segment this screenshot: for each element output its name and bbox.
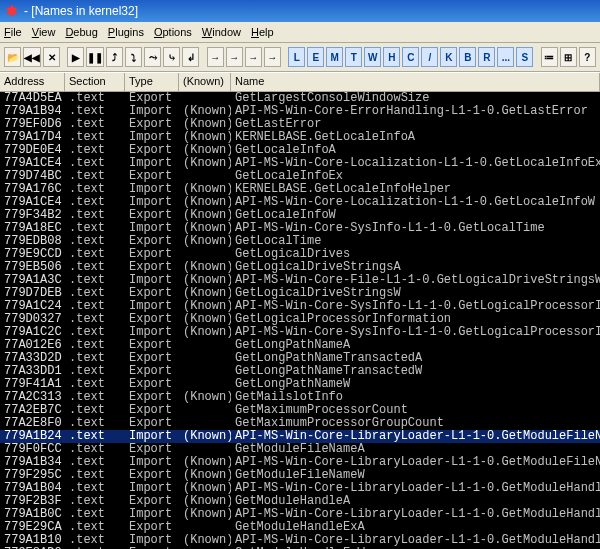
table-row[interactable]: 779A1C24.textImport(Known)API-MS-Win-Cor…	[0, 300, 600, 313]
toolbar-button[interactable]: ⤷	[163, 47, 180, 67]
toolbar-button[interactable]: ▶	[67, 47, 84, 67]
table-row[interactable]: 779F34B2.textExport(Known)GetLocaleInfoW	[0, 209, 600, 222]
toolbar-button[interactable]: T	[345, 47, 362, 67]
table-row[interactable]: 779A1CE4.textImport(Known)API-MS-Win-Cor…	[0, 196, 600, 209]
toolbar-button[interactable]: R	[478, 47, 495, 67]
cell-name: GetLastError	[231, 118, 600, 131]
table-row[interactable]: 779F41A1.textExportGetLongPathNameW	[0, 378, 600, 391]
table-row[interactable]: 779A1B04.textImport(Known)API-MS-Win-Cor…	[0, 482, 600, 495]
table-row[interactable]: 779A1B34.textImport(Known)API-MS-Win-Cor…	[0, 456, 600, 469]
table-row[interactable]: 779A1CE4.textImport(Known)API-MS-Win-Cor…	[0, 157, 600, 170]
header-name[interactable]: Name	[231, 73, 600, 91]
toolbar-button[interactable]: K	[440, 47, 457, 67]
cell-address: 779DE0E4	[0, 144, 65, 157]
toolbar-button[interactable]: /	[421, 47, 438, 67]
cell-section: .text	[65, 430, 125, 443]
table-row[interactable]: 779EDB08.textExport(Known)GetLocalTime	[0, 235, 600, 248]
toolbar-button[interactable]: ⤳	[144, 47, 161, 67]
header-type[interactable]: Type	[125, 73, 179, 91]
cell-address: 779D7DEB	[0, 287, 65, 300]
table-row[interactable]: 779D0327.textExport(Known)GetLogicalProc…	[0, 313, 600, 326]
toolbar-button[interactable]: W	[364, 47, 381, 67]
table-row[interactable]: 779F295C.textExport(Known)GetModuleFileN…	[0, 469, 600, 482]
table-row[interactable]: 77A2C313.textExport(Known)GetMailslotInf…	[0, 391, 600, 404]
toolbar-button[interactable]: ◀◀	[23, 47, 41, 67]
cell-type: Export	[125, 378, 179, 391]
toolbar-button[interactable]: ≔	[541, 47, 558, 67]
table-row[interactable]: 77A2E8F0.textExportGetMaximumProcessorGr…	[0, 417, 600, 430]
toolbar-button[interactable]: L	[288, 47, 305, 67]
table-row[interactable]: 77A2EB7C.textExportGetMaximumProcessorCo…	[0, 404, 600, 417]
table-row[interactable]: 779E29CA.textExportGetModuleHandleExA	[0, 521, 600, 534]
cell-known	[179, 352, 231, 365]
cell-name: GetModuleFileNameA	[231, 443, 600, 456]
toolbar-button[interactable]: S	[516, 47, 533, 67]
table-row[interactable]: 779A1B94.textImport(Known)API-MS-Win-Cor…	[0, 105, 600, 118]
cell-known: (Known)	[179, 508, 231, 521]
cell-address: 779A17D4	[0, 131, 65, 144]
toolbar-button[interactable]: H	[383, 47, 400, 67]
menu-window[interactable]: Window	[202, 26, 241, 38]
toolbar-button[interactable]: ↲	[182, 47, 199, 67]
table-row[interactable]: 779F2B3F.textExport(Known)GetModuleHandl…	[0, 495, 600, 508]
table-row[interactable]: 779D7DEB.textExport(Known)GetLogicalDriv…	[0, 287, 600, 300]
toolbar-button[interactable]: ⤴	[106, 47, 123, 67]
table-row[interactable]: 779EB506.textExport(Known)GetLogicalDriv…	[0, 261, 600, 274]
toolbar-button[interactable]: →	[207, 47, 224, 67]
toolbar-button[interactable]: ...	[497, 47, 514, 67]
table-row[interactable]: 779A1A3C.textImport(Known)API-MS-Win-Cor…	[0, 274, 600, 287]
menu-help[interactable]: Help	[251, 26, 274, 38]
menu-debug[interactable]: Debug	[65, 26, 97, 38]
cell-section: .text	[65, 183, 125, 196]
cell-name: GetLogicalProcessorInformation	[231, 313, 600, 326]
toolbar-button[interactable]: ⤵	[125, 47, 142, 67]
table-row[interactable]: 779A18EC.textImport(Known)API-MS-Win-Cor…	[0, 222, 600, 235]
toolbar-button[interactable]: C	[402, 47, 419, 67]
table-row[interactable]: 779A1B24.textImport(Known)API-MS-Win-Cor…	[0, 430, 600, 443]
table-row[interactable]: 779D74BC.textExportGetLocaleInfoEx	[0, 170, 600, 183]
cell-known: (Known)	[179, 222, 231, 235]
table-row[interactable]: 779A1B10.textImport(Known)API-MS-Win-Cor…	[0, 534, 600, 547]
header-address[interactable]: Address	[0, 73, 65, 91]
cell-known: (Known)	[179, 469, 231, 482]
table-row[interactable]: 779A176C.textImport(Known)KERNELBASE.Get…	[0, 183, 600, 196]
names-grid[interactable]: 77A4D5EA.textExportGetLargestConsoleWind…	[0, 92, 600, 549]
toolbar-button[interactable]: ❚❚	[86, 47, 104, 67]
toolbar-button[interactable]: 📂	[4, 47, 21, 67]
toolbar-button[interactable]: →	[226, 47, 243, 67]
cell-type: Export	[125, 248, 179, 261]
header-known[interactable]: (Known)	[179, 73, 231, 91]
cell-section: .text	[65, 404, 125, 417]
header-section[interactable]: Section	[65, 73, 125, 91]
table-row[interactable]: 779DE0E4.textExport(Known)GetLocaleInfoA	[0, 144, 600, 157]
cell-address: 779A18EC	[0, 222, 65, 235]
table-row[interactable]: 779F0FCC.textExportGetModuleFileNameA	[0, 443, 600, 456]
toolbar-button[interactable]: ?	[579, 47, 596, 67]
table-row[interactable]: 779A1C2C.textImport(Known)API-MS-Win-Cor…	[0, 326, 600, 339]
toolbar-button[interactable]: →	[245, 47, 262, 67]
table-row[interactable]: 77A4D5EA.textExportGetLargestConsoleWind…	[0, 92, 600, 105]
cell-known	[179, 443, 231, 456]
toolbar-button[interactable]: B	[459, 47, 476, 67]
table-row[interactable]: 779E9CCD.textExportGetLogicalDrives	[0, 248, 600, 261]
table-row[interactable]: 77A33DD1.textExportGetLongPathNameTransa…	[0, 365, 600, 378]
table-row[interactable]: 779A17D4.textImport(Known)KERNELBASE.Get…	[0, 131, 600, 144]
column-headers: Address Section Type (Known) Name	[0, 72, 600, 92]
toolbar-button[interactable]: ⊞	[560, 47, 577, 67]
toolbar-button[interactable]: ✕	[43, 47, 60, 67]
table-row[interactable]: 779EF0D6.textExport(Known)GetLastError	[0, 118, 600, 131]
menu-file[interactable]: File	[4, 26, 22, 38]
menu-plugins[interactable]: Plugins	[108, 26, 144, 38]
toolbar-button[interactable]: M	[326, 47, 343, 67]
toolbar-button[interactable]: E	[307, 47, 324, 67]
toolbar-button[interactable]: →	[264, 47, 281, 67]
table-row[interactable]: 779A1B0C.textImport(Known)API-MS-Win-Cor…	[0, 508, 600, 521]
cell-known: (Known)	[179, 105, 231, 118]
table-row[interactable]: 77A33D2D.textExportGetLongPathNameTransa…	[0, 352, 600, 365]
cell-name: API-MS-Win-Core-SysInfo-L1-1-0.GetLocalT…	[231, 222, 600, 235]
menu-options[interactable]: Options	[154, 26, 192, 38]
cell-known	[179, 92, 231, 105]
menu-view[interactable]: View	[32, 26, 56, 38]
cell-name: API-MS-Win-Core-Localization-L1-1-0.GetL…	[231, 196, 600, 209]
table-row[interactable]: 77A012E6.textExportGetLongPathNameA	[0, 339, 600, 352]
